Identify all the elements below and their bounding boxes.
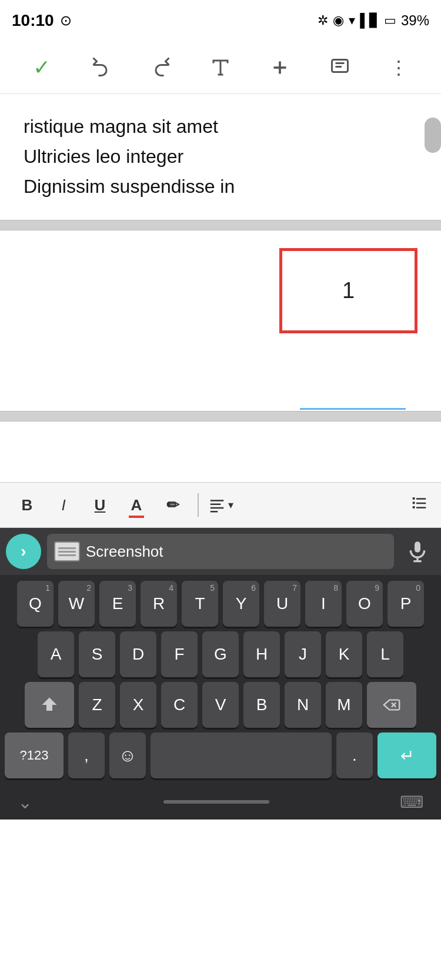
key-V[interactable]: V	[202, 682, 239, 728]
page-number-box[interactable]: 1	[279, 248, 417, 333]
expand-icon: ›	[21, 542, 26, 561]
svg-rect-7	[211, 507, 224, 509]
highlight-label: ✏	[166, 496, 179, 514]
key-E[interactable]: 3E	[99, 581, 136, 627]
key-T[interactable]: 5T	[182, 581, 218, 627]
page-divider-2	[0, 411, 441, 422]
key-comma[interactable]: ,	[68, 733, 105, 778]
signal-icon: ▌▊	[360, 13, 379, 28]
editor-toolbar: ✓ ⋮	[0, 41, 441, 94]
check-icon: ✓	[33, 55, 51, 80]
battery-percent: 39%	[401, 12, 429, 29]
keyboard-area: › Screenshot	[0, 528, 441, 820]
enter-icon: ↵	[400, 746, 414, 765]
undo-icon	[91, 57, 112, 78]
font-color-button[interactable]: A	[121, 490, 152, 520]
key-M[interactable]: M	[326, 682, 362, 728]
check-button[interactable]: ✓	[24, 50, 59, 85]
expand-suggestions-button[interactable]: ›	[6, 534, 41, 569]
key-O[interactable]: 9O	[346, 581, 383, 627]
suggestion-bar: › Screenshot	[0, 528, 441, 575]
key-N[interactable]: N	[285, 682, 321, 728]
key-H[interactable]: H	[243, 631, 280, 677]
bluetooth-icon: ✲	[318, 13, 328, 28]
key-J[interactable]: J	[285, 631, 321, 677]
redo-icon	[151, 57, 172, 78]
key-W[interactable]: 2W	[58, 581, 95, 627]
svg-rect-13	[413, 506, 415, 509]
svg-rect-11	[413, 501, 415, 504]
align-arrow-icon: ▾	[228, 499, 233, 511]
document-area[interactable]: ristique magna sit amet Ultricies leo in…	[0, 94, 441, 482]
key-Q[interactable]: 1Q	[17, 581, 54, 627]
italic-button[interactable]: I	[48, 490, 79, 520]
key-P[interactable]: 0P	[387, 581, 424, 627]
key-X[interactable]: X	[120, 682, 156, 728]
key-G[interactable]: G	[202, 631, 239, 677]
undo-button[interactable]	[83, 50, 119, 85]
more-options-button[interactable]: ⋮	[382, 50, 417, 85]
underline-button[interactable]: U	[85, 490, 115, 520]
status-bar: 10:10 ⊙ ✲ ◉ ▾ ▌▊ ▭ 39%	[0, 0, 441, 41]
doc-line-2: Ultricies leo integer	[24, 142, 417, 172]
format-text-button[interactable]	[203, 50, 238, 85]
svg-rect-10	[416, 498, 426, 500]
space-key[interactable]	[151, 733, 332, 778]
scroll-handle[interactable]	[425, 118, 441, 153]
format-text-icon	[210, 57, 231, 78]
numeric-switch-label: ?123	[20, 748, 49, 763]
nav-down-button[interactable]: ⌄	[18, 792, 32, 812]
list-button[interactable]	[409, 494, 429, 516]
shift-icon	[41, 696, 58, 714]
key-D[interactable]: D	[120, 631, 156, 677]
font-color-label: A	[131, 496, 142, 514]
align-button[interactable]: ▾	[208, 496, 233, 514]
doc-line-1: ristique magna sit amet	[24, 112, 417, 142]
page2-content: 1	[0, 230, 441, 351]
doc-line-3: Dignissim suspendisse in	[24, 172, 417, 202]
key-S[interactable]: S	[79, 631, 115, 677]
more-options-icon: ⋮	[389, 56, 409, 79]
align-icon	[208, 496, 226, 514]
enter-button[interactable]: ↵	[377, 733, 436, 778]
whatsapp-icon: ⊙	[60, 12, 72, 29]
highlight-button[interactable]: ✏	[158, 490, 188, 520]
keyboard-toggle-icon[interactable]: ⌨	[400, 792, 423, 812]
screenshot-thumbnail	[54, 541, 80, 561]
key-period[interactable]: .	[336, 733, 373, 778]
key-F[interactable]: F	[161, 631, 198, 677]
key-C[interactable]: C	[161, 682, 198, 728]
status-time: 10:10	[12, 11, 54, 30]
screenshot-suggestion[interactable]: Screenshot	[47, 534, 394, 569]
key-Z[interactable]: Z	[79, 682, 115, 728]
microphone-icon	[406, 540, 429, 563]
comment-icon	[329, 57, 350, 78]
page-number: 1	[342, 278, 355, 303]
comment-button[interactable]	[322, 50, 358, 85]
page-divider-1	[0, 220, 441, 230]
key-R[interactable]: 4R	[141, 581, 177, 627]
key-A[interactable]: A	[38, 631, 74, 677]
svg-rect-9	[413, 497, 415, 500]
underline-label: U	[95, 496, 106, 514]
page3-area	[0, 351, 441, 422]
svg-rect-8	[211, 511, 218, 513]
key-U[interactable]: 7U	[264, 581, 300, 627]
backspace-button[interactable]	[367, 682, 416, 728]
numeric-switch-button[interactable]: ?123	[5, 733, 64, 778]
redo-button[interactable]	[143, 50, 179, 85]
key-B[interactable]: B	[243, 682, 280, 728]
emoji-button[interactable]: ☺	[109, 733, 146, 778]
location-icon: ◉	[333, 13, 344, 28]
svg-rect-15	[415, 541, 420, 552]
key-I[interactable]: 8I	[305, 581, 342, 627]
microphone-button[interactable]	[400, 534, 435, 569]
svg-rect-12	[416, 502, 426, 504]
key-K[interactable]: K	[326, 631, 362, 677]
key-Y[interactable]: 6Y	[223, 581, 259, 627]
key-L[interactable]: L	[367, 631, 403, 677]
add-button[interactable]	[262, 50, 298, 85]
shift-button[interactable]	[25, 682, 74, 728]
bold-button[interactable]: B	[12, 490, 42, 520]
home-bar[interactable]	[163, 800, 269, 804]
